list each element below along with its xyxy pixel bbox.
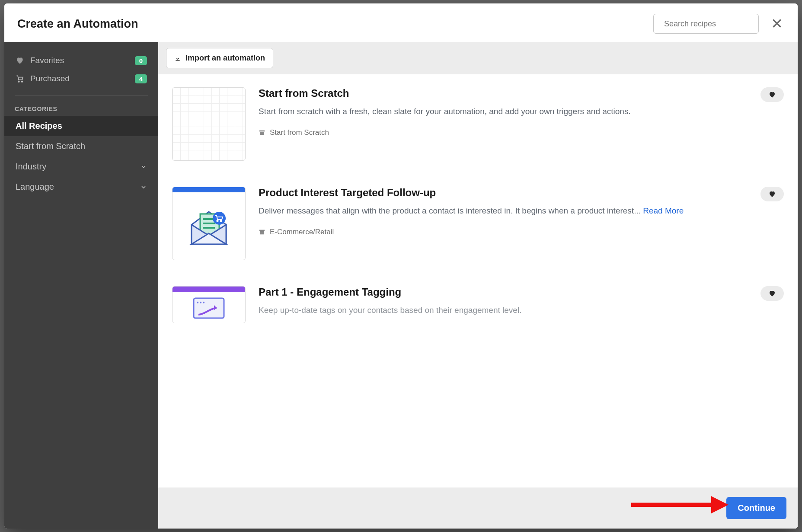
svg-point-4 xyxy=(18,81,19,82)
heart-icon xyxy=(768,190,776,198)
purchased-count-badge: 4 xyxy=(135,74,147,83)
recipe-title: Product Interest Targeted Follow-up xyxy=(259,187,436,199)
archive-icon xyxy=(259,129,265,136)
svg-point-16 xyxy=(220,220,221,221)
close-icon xyxy=(771,18,783,29)
recipe-description: Deliver messages that align with the pro… xyxy=(259,205,784,217)
recipe-description: Keep up-to-date tags on your contacts ba… xyxy=(259,304,784,317)
heart-icon xyxy=(16,56,24,65)
recipe-category: Start from Scratch xyxy=(259,128,784,137)
svg-point-15 xyxy=(217,220,218,221)
recipe-thumbnail-grid xyxy=(172,87,246,161)
svg-rect-20 xyxy=(259,229,265,231)
chevron-down-icon xyxy=(140,163,147,170)
svg-rect-8 xyxy=(260,132,264,135)
recipe-item[interactable]: Start from Scratch Start from scratch wi… xyxy=(158,74,798,174)
import-automation-button[interactable]: Import an automation xyxy=(166,48,273,68)
divider xyxy=(15,96,148,96)
read-more-link[interactable]: Read More xyxy=(643,206,684,215)
recipe-title: Start from Scratch xyxy=(259,87,349,99)
recipe-category-label: E-Commerce/Retail xyxy=(270,228,334,236)
recipe-description: Start from scratch with a fresh, clean s… xyxy=(259,105,784,118)
archive-icon xyxy=(259,229,265,236)
svg-rect-7 xyxy=(259,130,265,131)
sidebar-purchased[interactable]: Purchased 4 xyxy=(15,70,148,88)
recipe-category: E-Commerce/Retail xyxy=(259,228,784,236)
recipe-category-label: Start from Scratch xyxy=(270,128,329,137)
modal-footer: Continue xyxy=(158,487,798,529)
search-box[interactable] xyxy=(653,14,759,34)
svg-point-23 xyxy=(197,302,198,303)
categories-heading: CATEGORIES xyxy=(4,104,158,116)
content-area: Import an automation Start from Scratch xyxy=(158,42,798,529)
recipe-title: Part 1 - Engagement Tagging xyxy=(259,286,401,298)
sidebar-purchased-label: Purchased xyxy=(30,74,70,83)
favorite-button[interactable] xyxy=(760,286,784,301)
cart-icon xyxy=(16,74,24,83)
svg-rect-22 xyxy=(194,298,224,318)
category-label: Start from Scratch xyxy=(16,141,85,151)
svg-point-14 xyxy=(213,212,226,225)
create-automation-modal: Create an Automation Favorites 0 xyxy=(4,3,798,529)
search-input[interactable] xyxy=(664,19,764,29)
favorite-button[interactable] xyxy=(760,87,784,102)
favorite-button[interactable] xyxy=(760,187,784,201)
category-label: Language xyxy=(16,182,54,192)
heart-icon xyxy=(768,290,776,297)
download-icon xyxy=(174,55,181,62)
category-language[interactable]: Language xyxy=(4,177,158,197)
continue-button[interactable]: Continue xyxy=(726,497,786,519)
content-toolbar: Import an automation xyxy=(158,42,798,74)
recipe-item[interactable]: Product Interest Targeted Follow-up Deli… xyxy=(158,174,798,273)
svg-point-24 xyxy=(200,302,201,303)
modal-header: Create an Automation xyxy=(4,3,798,42)
svg-point-25 xyxy=(203,302,204,303)
svg-rect-21 xyxy=(260,231,264,234)
sidebar: Favorites 0 Purchased 4 CATEGORIES All R… xyxy=(4,42,158,529)
category-all-recipes[interactable]: All Recipes xyxy=(4,116,158,136)
category-start-from-scratch[interactable]: Start from Scratch xyxy=(4,136,158,156)
svg-point-5 xyxy=(22,81,23,82)
heart-icon xyxy=(768,91,776,99)
chevron-down-icon xyxy=(140,184,147,191)
close-button[interactable] xyxy=(769,16,785,32)
recipe-thumbnail-tagging xyxy=(172,286,246,323)
svg-rect-6 xyxy=(176,60,179,61)
recipe-thumbnail-envelope xyxy=(172,187,246,260)
category-label: All Recipes xyxy=(16,121,62,131)
category-industry[interactable]: Industry xyxy=(4,156,158,177)
sidebar-favorites-label: Favorites xyxy=(30,56,64,65)
import-button-label: Import an automation xyxy=(185,54,265,63)
category-label: Industry xyxy=(16,162,46,172)
modal-title: Create an Automation xyxy=(17,17,138,31)
sidebar-favorites[interactable]: Favorites 0 xyxy=(15,51,148,70)
recipe-item[interactable]: Part 1 - Engagement Tagging Keep up-to-d… xyxy=(158,273,798,327)
recipe-list[interactable]: Start from Scratch Start from scratch wi… xyxy=(158,74,798,487)
favorites-count-badge: 0 xyxy=(135,56,147,65)
